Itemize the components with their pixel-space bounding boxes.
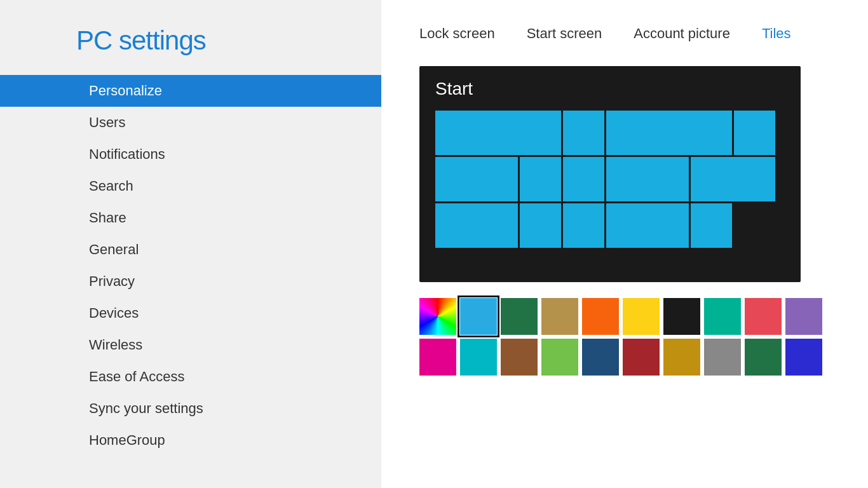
tab-lock-screen[interactable]: Lock screen	[419, 25, 495, 47]
main-content: Lock screen Start screen Account picture…	[381, 0, 868, 488]
swatch-brown[interactable]	[501, 339, 538, 376]
tile-r2c1	[520, 157, 561, 201]
sidebar-item-general[interactable]: General	[76, 234, 381, 266]
tile-r2c6	[520, 203, 561, 248]
tile-r3c2	[606, 203, 689, 248]
swatch-gold[interactable]	[663, 339, 700, 376]
tile-r2c3	[606, 157, 689, 201]
sidebar-item-share[interactable]: Share	[76, 202, 381, 234]
swatch-rainbow[interactable]	[419, 298, 456, 335]
tile-r3c1	[563, 203, 604, 248]
tile-r1c5	[435, 157, 518, 201]
tab-account-picture[interactable]: Account picture	[634, 25, 730, 47]
swatch-sky-blue[interactable]	[460, 298, 497, 335]
tile-r1c1	[435, 111, 561, 155]
swatch-tan[interactable]	[541, 298, 578, 335]
swatch-yellow[interactable]	[623, 298, 660, 335]
tile-r2c5	[435, 203, 518, 248]
swatch-pink[interactable]	[419, 339, 456, 376]
tile-r2c2	[563, 157, 604, 201]
swatch-lime[interactable]	[541, 339, 578, 376]
sidebar-item-users[interactable]: Users	[76, 107, 381, 139]
swatch-forest-green[interactable]	[745, 339, 782, 376]
sidebar: PC settings Personalize Users Notificati…	[0, 0, 381, 488]
swatch-navy[interactable]	[582, 339, 619, 376]
swatch-purple[interactable]	[785, 298, 822, 335]
app-title: PC settings	[76, 25, 381, 56]
swatch-gray[interactable]	[704, 339, 741, 376]
swatch-orange[interactable]	[582, 298, 619, 335]
swatch-row-1	[419, 298, 830, 335]
preview-title: Start	[435, 79, 785, 99]
tile-r3c3	[691, 203, 732, 248]
sidebar-item-personalize[interactable]: Personalize	[0, 75, 381, 107]
swatch-red-orange[interactable]	[745, 298, 782, 335]
nav-list: Personalize Users Notifications Search S…	[76, 75, 381, 456]
tab-start-screen[interactable]: Start screen	[527, 25, 602, 47]
tabs-nav: Lock screen Start screen Account picture…	[419, 25, 830, 47]
sidebar-item-search[interactable]: Search	[76, 170, 381, 202]
tab-tiles[interactable]: Tiles	[762, 25, 791, 47]
tiles-preview: Start	[419, 66, 801, 282]
sidebar-item-homegroup[interactable]: HomeGroup	[76, 424, 381, 456]
sidebar-item-sync-settings[interactable]: Sync your settings	[76, 393, 381, 424]
sidebar-item-privacy[interactable]: Privacy	[76, 266, 381, 297]
swatch-cyan[interactable]	[460, 339, 497, 376]
swatch-teal[interactable]	[704, 298, 741, 335]
swatch-dark-green[interactable]	[501, 298, 538, 335]
swatch-black[interactable]	[663, 298, 700, 335]
sidebar-item-wireless[interactable]: Wireless	[76, 329, 381, 361]
color-swatches	[419, 298, 830, 376]
tile-r1c4	[734, 111, 775, 155]
tile-r1c2	[563, 111, 604, 155]
tile-grid	[435, 111, 785, 250]
swatch-dark-blue[interactable]	[785, 339, 822, 376]
sidebar-item-notifications[interactable]: Notifications	[76, 139, 381, 170]
swatch-dark-red[interactable]	[623, 339, 660, 376]
sidebar-item-ease-of-access[interactable]: Ease of Access	[76, 361, 381, 393]
tile-r1c3	[606, 111, 732, 155]
sidebar-item-devices[interactable]: Devices	[76, 297, 381, 329]
swatch-row-2	[419, 339, 830, 376]
tile-r2c4	[691, 157, 775, 201]
